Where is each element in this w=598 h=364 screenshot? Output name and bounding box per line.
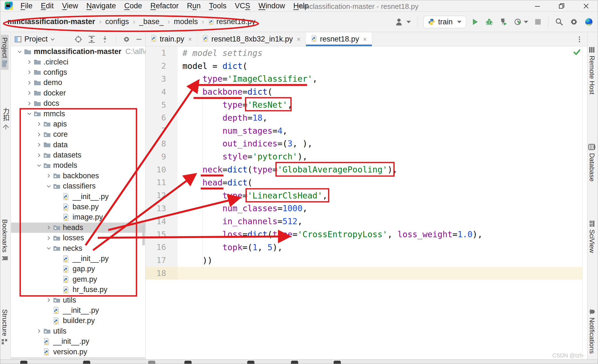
code-line-10[interactable]: 10 neck=dict(type='GlobalAveragePooling'… (146, 163, 582, 176)
panel-splitter[interactable] (145, 32, 146, 359)
strip-item-database[interactable]: Database (588, 140, 596, 184)
chevron-right-icon[interactable] (45, 224, 53, 231)
tree-row-configs[interactable]: configs (11, 67, 145, 78)
restore-button[interactable] (550, 0, 574, 12)
strip-item-sciview[interactable]: SciView (588, 217, 596, 256)
chevron-down-icon[interactable] (45, 183, 53, 190)
tab-close-icon[interactable]: × (363, 35, 367, 43)
chevron-down-icon[interactable] (16, 48, 24, 55)
code-line-7[interactable]: 7 num_stages=4, (146, 124, 582, 137)
tree-row-hr_fuse.py[interactable]: hr_fuse.py (11, 285, 145, 295)
tree-row-models[interactable]: models (11, 160, 145, 171)
code-line-9[interactable]: 9 style='pytorch'), (146, 150, 582, 163)
tree-row-losses[interactable]: losses (11, 233, 145, 243)
tree-row-.circleci[interactable]: .circleci (11, 57, 145, 67)
chevron-right-icon[interactable] (35, 141, 43, 148)
menu-run[interactable]: Run (183, 1, 205, 11)
chevron-right-icon[interactable] (25, 90, 33, 96)
code-line-15[interactable]: 15 loss=dict(type='CrossEntropyLoss', lo… (146, 228, 582, 241)
chevron-down-icon[interactable] (25, 110, 33, 117)
chevron-right-icon[interactable] (25, 100, 33, 107)
collapse-all-icon[interactable] (101, 35, 109, 43)
tree-scrollbar[interactable] (142, 226, 145, 246)
code-line-12[interactable]: 12 type='LinearClsHead', (146, 189, 582, 202)
chevron-right-icon[interactable] (35, 152, 43, 159)
strip-item-bookmarks[interactable]: Bookmarks (1, 216, 9, 265)
tree-row-datasets[interactable]: datasets (11, 150, 145, 160)
tree-row-__init__.py[interactable]: __init__.py (11, 336, 145, 347)
chevron-down-icon[interactable] (35, 162, 43, 169)
tree-row-apis[interactable]: apis (11, 119, 145, 129)
run-configuration-select[interactable]: train (423, 16, 466, 28)
breadcrumb-item[interactable]: mmclassification-master (7, 17, 95, 26)
ide-updates-button[interactable] (583, 16, 594, 27)
stop-button[interactable] (533, 17, 543, 27)
taskbar-app-icon[interactable] (334, 361, 341, 364)
chevron-right-icon[interactable] (25, 79, 33, 86)
code-line-8[interactable]: 8 out_indices=(3, ), (146, 137, 582, 150)
settings-button[interactable] (568, 16, 579, 27)
code-line-3[interactable]: 3 type='ImageClassifier', (146, 73, 582, 86)
menu-window[interactable]: Window (254, 1, 289, 11)
project-panel-title[interactable]: Project (24, 35, 48, 43)
tree-row-__init__.py[interactable]: __init__.py (11, 305, 145, 316)
tree-row-utils[interactable]: utils (11, 326, 145, 336)
breadcrumb-item[interactable]: resnet18.py (208, 17, 256, 26)
code-line-2[interactable]: 2model = dict( (146, 60, 582, 73)
chevron-right-icon[interactable] (45, 297, 53, 303)
profiler-button[interactable] (513, 17, 529, 27)
tree-row-version.py[interactable]: version.py (11, 347, 145, 357)
tree-row-core[interactable]: core (11, 129, 145, 140)
code-line-1[interactable]: 1# model settings (146, 47, 582, 60)
tree-row-docker[interactable]: docker (11, 88, 145, 98)
minimize-button[interactable] (525, 0, 550, 12)
debug-button[interactable] (484, 17, 494, 27)
tree-row-backbones[interactable]: backbones (11, 171, 145, 181)
tree-row-gap.py[interactable]: gap.py (11, 264, 145, 274)
menu-view[interactable]: View (58, 1, 82, 11)
taskbar-app-icon[interactable] (247, 361, 254, 364)
user-account-button[interactable] (394, 17, 412, 27)
tree-row-base.py[interactable]: base.py (11, 202, 145, 212)
strip-item-remote-host[interactable]: Remote Host (588, 43, 596, 97)
chevron-right-icon[interactable] (45, 172, 53, 179)
code-line-4[interactable]: 4 backbone=dict( (146, 85, 582, 98)
taskbar-app-icon[interactable] (20, 361, 27, 364)
strip-item-notifications[interactable]: Notifications (588, 305, 596, 357)
code-line-18[interactable]: 18 (146, 267, 582, 280)
tree-row-mmclassification-master[interactable]: mmclassification-masterC:\all\co (11, 47, 145, 57)
tree-row-__init__.py[interactable]: __init__.py (11, 254, 145, 264)
chevron-right-icon[interactable] (35, 131, 43, 138)
editor-tab-resnet18_8xb32_in1k.py[interactable]: resnet18_8xb32_in1k.py× (197, 32, 306, 46)
menu-code[interactable]: Code (120, 1, 146, 11)
expand-all-icon[interactable] (87, 35, 96, 43)
taskbar-app-icon[interactable] (184, 361, 192, 364)
tree-row-demo[interactable]: demo (11, 78, 145, 88)
hide-panel-icon[interactable] (135, 36, 143, 43)
code-line-13[interactable]: 13 num_classes=1000, (146, 202, 582, 215)
tree-row-utils[interactable]: utils (11, 295, 145, 305)
tree-row-necks[interactable]: necks (11, 243, 145, 253)
strip-item-structure[interactable]: Structure (1, 306, 9, 348)
chevron-right-icon[interactable] (35, 328, 43, 334)
run-with-coverage-button[interactable] (498, 17, 509, 27)
tree-row-classifiers[interactable]: classifiers (11, 181, 145, 191)
editor-scrollbar[interactable] (582, 47, 587, 359)
tree-row-builder.py[interactable]: builder.py (11, 316, 145, 326)
code-line-14[interactable]: 14 in_channels=512, (146, 215, 582, 228)
menu-refactor[interactable]: Refactor (146, 1, 183, 11)
tab-options-button[interactable] (576, 32, 587, 46)
search-everywhere-button[interactable] (554, 17, 565, 27)
code-line-6[interactable]: 6 depth=18, (146, 111, 582, 124)
code-line-11[interactable]: 11 head=dict( (146, 176, 582, 189)
chevron-down-icon[interactable] (50, 37, 55, 42)
gear-icon[interactable] (123, 35, 130, 43)
tree-row-data[interactable]: data (11, 140, 145, 150)
run-button[interactable] (470, 17, 480, 27)
code-line-5[interactable]: 5 type='ResNet', (146, 98, 582, 111)
locate-file-icon[interactable] (74, 35, 83, 43)
menu-vcs[interactable]: VCS (231, 1, 254, 11)
tab-close-icon[interactable]: × (188, 35, 192, 43)
taskbar-app-icon[interactable] (83, 361, 90, 364)
strip-item-力扣[interactable]: 力扣 (1, 105, 11, 133)
